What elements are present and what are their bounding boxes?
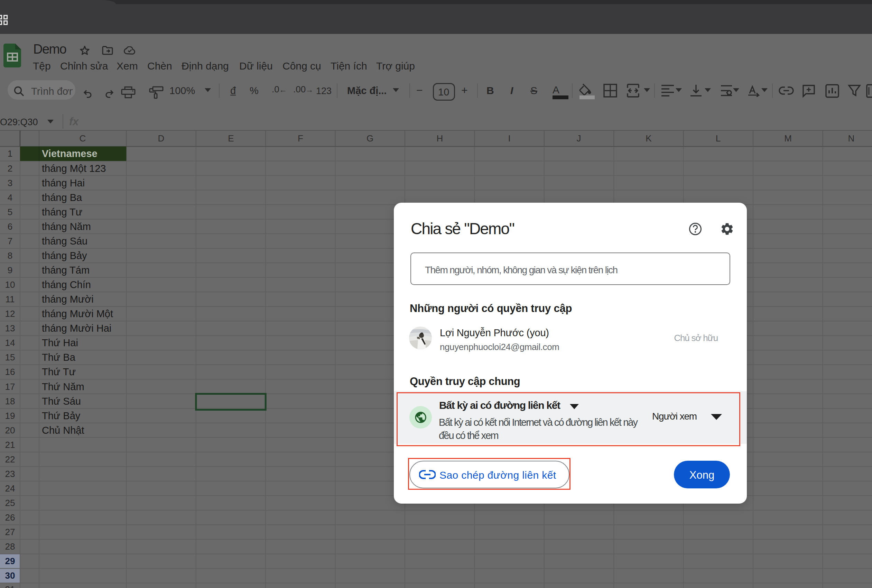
svg-text:2: 2: [7, 163, 12, 174]
svg-text:12: 12: [5, 309, 15, 319]
svg-text:15: 15: [5, 352, 15, 363]
svg-text:11: 11: [6, 294, 15, 304]
svg-text:1: 1: [7, 148, 12, 159]
svg-text:L: L: [716, 133, 721, 144]
svg-text:10: 10: [5, 279, 15, 290]
svg-text:30: 30: [5, 570, 15, 581]
svg-text:Vietnamese: Vietnamese: [42, 148, 97, 159]
svg-text:7: 7: [7, 236, 12, 246]
svg-text:tháng Sáu: tháng Sáu: [42, 236, 87, 247]
svg-text:tháng Tám: tháng Tám: [42, 265, 90, 276]
svg-text:4: 4: [7, 192, 12, 202]
svg-text:E: E: [228, 133, 234, 144]
svg-text:tháng Năm: tháng Năm: [42, 221, 91, 232]
svg-text:G: G: [367, 133, 373, 144]
svg-text:14: 14: [5, 338, 15, 348]
svg-text:24: 24: [5, 483, 15, 494]
svg-text:6: 6: [7, 221, 12, 232]
svg-text:tháng Tư: tháng Tư: [42, 207, 82, 218]
svg-text:tháng Chín: tháng Chín: [42, 279, 91, 290]
svg-text:C: C: [79, 133, 86, 144]
svg-text:J: J: [577, 133, 581, 144]
svg-text:M: M: [784, 133, 792, 144]
svg-text:29: 29: [5, 556, 15, 566]
svg-text:28: 28: [5, 541, 15, 552]
svg-text:H: H: [437, 133, 443, 144]
svg-text:20: 20: [5, 425, 15, 435]
svg-text:Thứ Tư: Thứ Tư: [42, 366, 76, 377]
svg-text:Thứ Hai: Thứ Hai: [42, 337, 78, 348]
svg-text:tháng Mười Hai: tháng Mười Hai: [42, 323, 111, 334]
svg-text:31: 31: [5, 584, 15, 588]
svg-text:I: I: [508, 133, 510, 144]
svg-text:D: D: [158, 133, 165, 144]
svg-text:N: N: [848, 133, 855, 144]
svg-text:K: K: [646, 133, 652, 144]
svg-text:21: 21: [5, 440, 15, 450]
svg-text:tháng Mười: tháng Mười: [42, 294, 94, 305]
svg-text:tháng Mười Một: tháng Mười Một: [42, 308, 113, 319]
svg-text:Thứ Sáu: Thứ Sáu: [42, 396, 81, 407]
svg-text:5: 5: [7, 207, 12, 217]
svg-text:3: 3: [7, 178, 12, 188]
svg-text:16: 16: [5, 367, 15, 377]
svg-text:tháng Một 123: tháng Một 123: [42, 163, 106, 174]
svg-text:9: 9: [7, 265, 12, 275]
svg-text:25: 25: [5, 498, 15, 508]
svg-text:Thứ Năm: Thứ Năm: [42, 381, 84, 392]
svg-text:13: 13: [5, 323, 15, 333]
svg-text:Chủ Nhật: Chủ Nhật: [42, 425, 84, 436]
svg-text:18: 18: [5, 396, 15, 406]
svg-text:F: F: [298, 133, 303, 144]
svg-text:tháng Hai: tháng Hai: [42, 177, 85, 189]
svg-text:26: 26: [5, 512, 15, 523]
svg-text:23: 23: [5, 469, 15, 479]
svg-text:22: 22: [5, 454, 15, 465]
svg-text:tháng Bảy: tháng Bảy: [42, 250, 87, 261]
svg-text:Thứ Ba: Thứ Ba: [42, 352, 76, 363]
svg-text:19: 19: [5, 411, 15, 421]
svg-text:8: 8: [7, 250, 12, 261]
svg-text:tháng Ba: tháng Ba: [42, 192, 82, 203]
svg-text:Thứ Bảy: Thứ Bảy: [42, 410, 81, 421]
svg-text:17: 17: [5, 381, 15, 392]
svg-text:27: 27: [5, 527, 15, 537]
